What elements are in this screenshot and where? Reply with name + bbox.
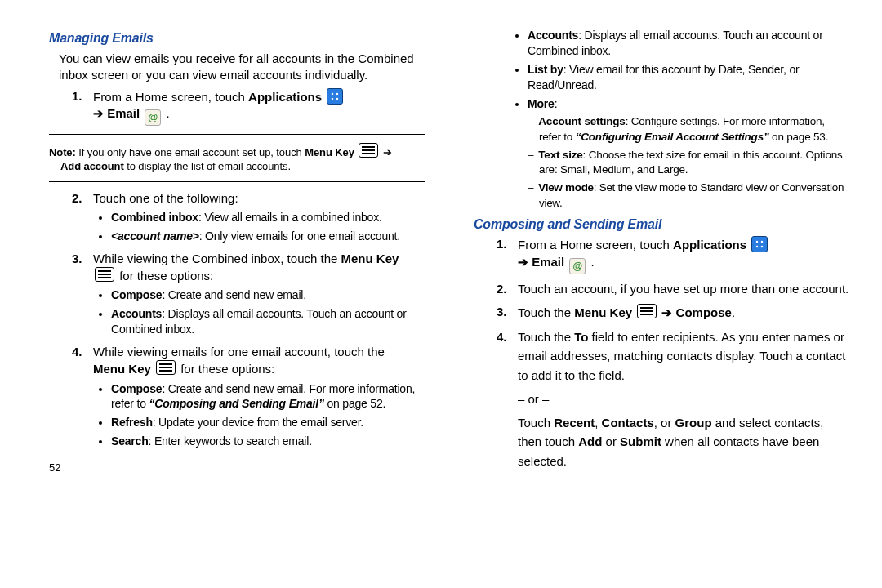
cs4-a: Touch the — [518, 330, 574, 344]
s3-a: While viewing the Combined inbox, touch … — [93, 252, 341, 265]
s2b2-rest: : Only view emails for one email account… — [199, 229, 400, 243]
steps-list-composing: 1. From a Home screen, touch Application… — [497, 236, 849, 470]
step-1: 1. From a Home screen, touch Application… — [72, 88, 425, 126]
cstep-2: 2. Touch an account, if you have set up … — [497, 281, 849, 297]
manual-page: Managing Emails You can view emails you … — [0, 0, 882, 485]
page-number: 52 — [49, 461, 425, 475]
rb3-bold: More — [528, 97, 555, 110]
cstep-4: 4. Touch the To field to enter recipient… — [497, 327, 849, 470]
note-c: to display the list of email accounts. — [124, 160, 291, 172]
applications-icon — [751, 236, 768, 252]
divider-top — [49, 134, 425, 135]
cs4d-recent: Recent — [554, 416, 595, 430]
email-icon — [145, 109, 161, 126]
section-heading-managing-emails: Managing Emails — [49, 29, 425, 47]
left-column: Managing Emails You can view emails you … — [49, 24, 425, 477]
s4b3: Search: Enter keywords to search email. — [111, 434, 425, 449]
s3b2: Accounts: Displays all email accounts. T… — [111, 306, 425, 337]
s4-c: for these options: — [177, 362, 274, 376]
s3-menu-key: Menu Key — [341, 252, 399, 265]
s3b1-rest: : Create and send new email. — [162, 288, 306, 301]
cstep-3: 3. Touch the Menu Key ➔ Compose. — [497, 304, 849, 321]
cs1-email: Email — [532, 255, 564, 269]
menu-key-icon — [95, 267, 114, 282]
arrow-text: ➔ — [93, 106, 107, 120]
s3b1-bold: Compose — [111, 288, 162, 301]
cs1-arrow: ➔ — [518, 255, 532, 269]
s4b1-ref: “Composing and Sending Email” — [149, 397, 323, 410]
right-column: Accounts: Displays all email accounts. T… — [474, 24, 849, 477]
note-label: Note: — [49, 146, 76, 158]
cs3-menu: Menu Key — [574, 305, 632, 319]
rb2: List by: View email for this account by … — [528, 62, 849, 93]
step4-bullets: Compose: Create and send new email. For … — [96, 381, 425, 450]
rd2-bold: Text size — [538, 149, 582, 161]
applications-icon — [327, 88, 343, 105]
s4b2: Refresh: Update your device from the ema… — [111, 415, 425, 430]
more-sublist: Account settings: Configure settings. Fo… — [528, 114, 849, 210]
step2-text: Touch one of the following: — [93, 191, 238, 205]
cs4d-contacts: Contacts — [602, 416, 654, 430]
rd3-bold: View mode — [538, 181, 594, 194]
cs4d-c: , — [595, 416, 601, 430]
cs4d-add: Add — [578, 434, 602, 448]
note-block: Note: If you only have one email account… — [49, 143, 425, 173]
rb3-rest: : — [555, 97, 558, 110]
right-continued-bullets: Accounts: Displays all email accounts. T… — [513, 28, 849, 211]
cs1-apps: Applications — [673, 238, 746, 252]
menu-key-icon — [359, 143, 378, 158]
rb3: More: Account settings: Configure settin… — [528, 96, 849, 211]
cs4-to: To — [574, 330, 588, 344]
rb2-rest: : View email for this account by Date, S… — [528, 63, 799, 91]
email-icon — [569, 258, 586, 274]
step3-bullets: Compose: Create and send new email. Acco… — [96, 287, 425, 337]
rd2: Text size: Choose the text size for emai… — [539, 148, 849, 177]
rd1-ref: “Configuring Email Account Settings” — [576, 131, 769, 143]
s3-c: for these options: — [116, 269, 213, 283]
cs3-arrow: ➔ — [658, 305, 675, 319]
note-a: If you only have one email account set u… — [76, 146, 305, 158]
s4b3-bold: Search — [111, 434, 149, 448]
steps-list-managing: 1. From a Home screen, touch Application… — [72, 88, 425, 126]
s2b1-bold: Combined inbox — [111, 211, 198, 224]
s4b1: Compose: Create and send new email. For … — [111, 381, 425, 412]
section-heading-composing: Composing and Sending Email — [474, 216, 849, 234]
s4b1-pg: on page 52. — [324, 397, 385, 410]
cs4d-a: Touch — [518, 416, 554, 430]
s2b2-tag: <account name> — [111, 229, 199, 243]
s4-menu-key: Menu Key — [93, 362, 151, 376]
step-4: 4. While viewing emails for one email ac… — [72, 344, 425, 449]
s4b1-bold: Compose — [111, 382, 162, 395]
rd1-pg: on page 53. — [769, 131, 829, 143]
applications-label: Applications — [248, 90, 322, 104]
rb1: Accounts: Displays all email accounts. T… — [528, 28, 849, 59]
steps-list-managing-cont: 2. Touch one of the following: Combined … — [72, 190, 425, 449]
s4b3-rest: : Enter keywords to search email. — [149, 434, 312, 448]
s4b2-bold: Refresh — [111, 416, 153, 429]
cs4d-e: , or — [654, 416, 675, 430]
cs3-e: . — [732, 305, 735, 319]
rd2-rest: : Choose the text size for email in this… — [539, 149, 843, 176]
step-3: 3. While viewing the Combined inbox, tou… — [72, 251, 425, 337]
cs2-text: Touch an account, if you have set up mor… — [518, 282, 849, 296]
period: . — [163, 106, 169, 120]
cs4d-group: Group — [675, 416, 712, 430]
cs1-a: From a Home screen, touch — [518, 238, 673, 252]
cs4d-i: or — [602, 434, 620, 448]
step2-bullets: Combined inbox: View all emails in a com… — [96, 210, 425, 244]
rd3: View mode: Set the view mode to Standard… — [539, 180, 849, 210]
note-add-account: Add account — [60, 160, 124, 172]
menu-key-icon — [156, 360, 176, 375]
rb2-bold: List by — [528, 63, 564, 76]
s2b1: Combined inbox: View all emails in a com… — [111, 210, 425, 225]
s2b1-rest: : View all emails in a combined inbox. — [198, 211, 382, 224]
menu-key-icon — [637, 304, 657, 318]
cstep-1: 1. From a Home screen, touch Application… — [497, 236, 849, 274]
s4-a: While viewing emails for one email accou… — [93, 345, 385, 359]
cs3-compose: Compose — [676, 305, 732, 319]
cs3-a: Touch the — [518, 305, 574, 319]
email-label: Email — [107, 106, 140, 120]
rb1-bold: Accounts — [528, 29, 578, 42]
rd1-bold: Account settings — [538, 115, 625, 127]
s3b2-bold: Accounts — [111, 307, 162, 320]
